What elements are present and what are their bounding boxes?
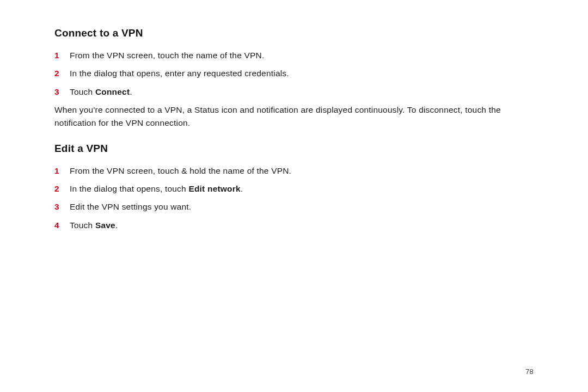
step-text: In the dialog that opens, enter any requ…: [70, 67, 534, 79]
step-number: 2: [54, 182, 70, 195]
step-text: Touch Save.: [70, 219, 534, 231]
section-paragraph: When you're connected to a VPN, a Status…: [54, 103, 534, 130]
step-suffix: .: [241, 184, 243, 193]
section-heading-connect: Connect to a VPN: [54, 27, 534, 39]
step-number: 1: [54, 164, 70, 177]
step-suffix: .: [115, 220, 118, 230]
step-bold: Edit network: [188, 184, 240, 193]
step-number: 4: [54, 219, 70, 231]
step-prefix: Touch: [70, 87, 95, 96]
step-number: 3: [54, 85, 70, 98]
step-text: From the VPN screen, touch the name of t…: [70, 49, 534, 62]
page-number: 78: [525, 367, 534, 376]
step-row: 2 In the dialog that opens, enter any re…: [54, 67, 534, 79]
step-bold: Connect: [95, 87, 130, 96]
step-text: In the dialog that opens, touch Edit net…: [70, 182, 534, 195]
step-text: From the VPN screen, touch & hold the na…: [70, 164, 534, 177]
step-number: 2: [54, 67, 70, 79]
step-prefix: In the dialog that opens, touch: [70, 184, 188, 193]
step-row: 4 Touch Save.: [54, 219, 534, 231]
step-number: 3: [54, 200, 70, 213]
step-row: 1 From the VPN screen, touch & hold the …: [54, 164, 534, 177]
section-heading-edit: Edit a VPN: [54, 143, 534, 155]
step-row: 3 Touch Connect.: [54, 85, 534, 98]
step-text: Touch Connect.: [70, 85, 534, 98]
step-number: 1: [54, 49, 70, 62]
step-suffix: .: [130, 87, 132, 96]
step-text: Edit the VPN settings you want.: [70, 200, 534, 213]
step-row: 2 In the dialog that opens, touch Edit n…: [54, 182, 534, 195]
step-prefix: Touch: [70, 220, 95, 230]
step-row: 3 Edit the VPN settings you want.: [54, 200, 534, 213]
step-row: 1 From the VPN screen, touch the name of…: [54, 49, 534, 62]
step-bold: Save: [95, 220, 115, 230]
